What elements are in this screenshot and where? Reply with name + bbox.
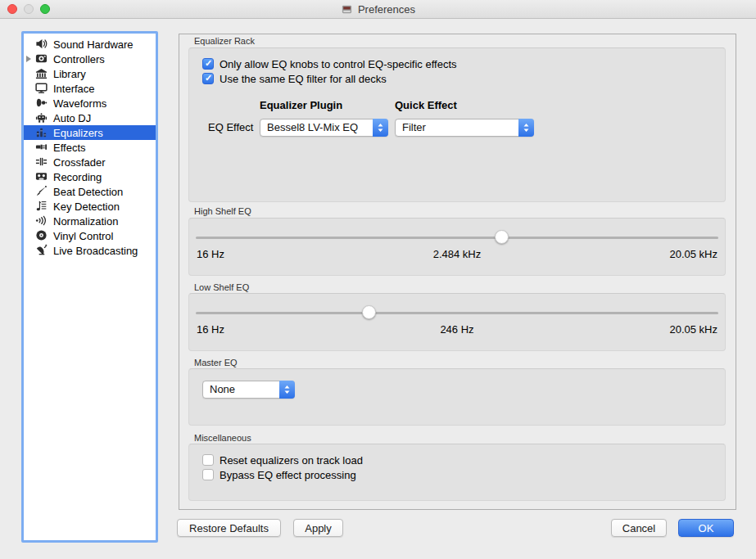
dropdown-value: None — [210, 381, 235, 398]
plug-icon — [35, 141, 48, 153]
eq-effect-row-label: EQ Effect — [208, 121, 253, 133]
dropdown-value: Filter — [402, 119, 426, 136]
music-note-icon — [35, 200, 48, 212]
quick-effect-dropdown[interactable]: Filter — [395, 119, 534, 137]
slider-track[interactable] — [196, 237, 718, 239]
group-box-equalizer-rack: Only allow EQ knobs to control EQ-specif… — [188, 47, 726, 202]
sidebar-item-controllers[interactable]: Controllers — [24, 52, 156, 66]
slider-value-label: 2.484 kHz — [196, 248, 718, 260]
slider-scale-labels: 16 Hz 2.484 kHz 20.05 kHz — [196, 248, 718, 261]
preferences-window: Preferences Sound Hardware Controllers L… — [0, 0, 756, 559]
crossfader-icon — [35, 156, 48, 168]
vinyl-icon — [35, 229, 48, 241]
checkbox-row-same-eq-filter: Use the same EQ filter for all decks — [202, 72, 387, 85]
cassette-icon — [35, 170, 48, 183]
sidebar-item-effects[interactable]: Effects — [24, 140, 156, 155]
equalizer-icon — [35, 126, 48, 138]
high-shelf-slider[interactable] — [196, 230, 718, 245]
sidebar-item-vinyl-control[interactable]: Vinyl Control — [24, 228, 156, 243]
window-title-area: Preferences — [0, 0, 756, 18]
sidebar-item-crossfader[interactable]: Crossfader — [24, 155, 156, 169]
chevron-up-down-icon — [518, 119, 534, 137]
slider-thumb[interactable] — [495, 230, 509, 244]
checkbox-only-eq-knobs[interactable] — [202, 58, 214, 70]
sidebar-item-recording[interactable]: Recording — [24, 169, 156, 184]
group-title-high-shelf-eq: High Shelf EQ — [194, 206, 251, 216]
checkbox-label: Only allow EQ knobs to control EQ-specif… — [220, 58, 457, 70]
library-icon — [35, 67, 48, 79]
titlebar: Preferences — [0, 0, 756, 19]
preferences-pane-equalizers: Equalizer Rack Only allow EQ knobs to co… — [179, 34, 736, 510]
checkbox-label: Reset equalizers on track load — [220, 454, 363, 467]
window-title: Preferences — [358, 3, 415, 16]
checkbox-label: Bypass EQ effect processing — [220, 469, 356, 481]
checkbox-reset-equalizers[interactable] — [202, 454, 214, 466]
checkbox-row-bypass-eq: Bypass EQ effect processing — [202, 468, 356, 481]
apply-button[interactable]: Apply — [293, 519, 343, 537]
checkbox-same-eq-filter[interactable] — [202, 73, 214, 84]
sidebar-item-interface[interactable]: Interface — [24, 81, 156, 96]
group-box-low-shelf-eq: 16 Hz 246 Hz 20.05 kHz — [188, 293, 726, 351]
preferences-sidebar: Sound Hardware Controllers Library Inter… — [21, 31, 158, 543]
slider-scale-labels: 16 Hz 246 Hz 20.05 kHz — [196, 323, 718, 336]
checkbox-bypass-eq[interactable] — [202, 469, 214, 480]
group-title-equalizer-rack: Equalizer Rack — [194, 36, 255, 46]
checkbox-row-eq-knobs: Only allow EQ knobs to control EQ-specif… — [202, 57, 457, 70]
satellite-icon — [35, 244, 48, 256]
slider-thumb[interactable] — [362, 305, 376, 319]
robot-icon — [35, 111, 48, 124]
group-box-high-shelf-eq: 16 Hz 2.484 kHz 20.05 kHz — [188, 218, 726, 276]
app-icon — [341, 3, 353, 16]
sidebar-item-beat-detection[interactable]: Beat Detection — [24, 184, 156, 199]
sidebar-item-sound-hardware[interactable]: Sound Hardware — [24, 37, 156, 52]
equalizer-plugin-dropdown[interactable]: Bessel8 LV-Mix EQ — [260, 119, 388, 137]
sidebar-item-live-broadcasting[interactable]: Live Broadcasting — [24, 243, 156, 258]
chevron-up-down-icon — [279, 381, 295, 399]
low-shelf-slider[interactable] — [196, 305, 718, 320]
cancel-button[interactable]: Cancel — [611, 519, 667, 537]
group-title-low-shelf-eq: Low Shelf EQ — [194, 282, 249, 292]
controller-icon — [35, 52, 48, 65]
checkbox-row-reset-equalizers: Reset equalizers on track load — [202, 453, 363, 467]
master-eq-dropdown[interactable]: None — [202, 381, 295, 399]
sidebar-item-waveforms[interactable]: Waveforms — [24, 96, 156, 110]
column-header-quick-effect: Quick Effect — [395, 99, 457, 111]
group-box-master-eq: None — [188, 368, 726, 426]
waveform-icon — [35, 97, 48, 109]
group-title-master-eq: Master EQ — [194, 358, 238, 367]
checkbox-label: Use the same EQ filter for all decks — [220, 73, 387, 85]
tool-icon — [35, 185, 48, 197]
sidebar-item-equalizers[interactable]: Equalizers — [24, 125, 156, 140]
group-box-miscellaneous: Reset equalizers on track load Bypass EQ… — [188, 444, 726, 501]
sidebar-item-normalization[interactable]: Normalization — [24, 214, 156, 228]
slider-track[interactable] — [196, 312, 718, 314]
slider-max-label: 20.05 kHz — [669, 248, 718, 260]
monitor-icon — [35, 82, 48, 94]
restore-defaults-button[interactable]: Restore Defaults — [177, 519, 281, 537]
sidebar-item-key-detection[interactable]: Key Detection — [24, 199, 156, 214]
group-title-miscellaneous: Miscellaneous — [194, 433, 251, 443]
chevron-up-down-icon — [373, 119, 388, 137]
slider-max-label: 20.05 kHz — [669, 323, 718, 336]
speaker-icon — [35, 38, 48, 50]
slider-value-label: 246 Hz — [196, 323, 718, 336]
disclosure-triangle-icon[interactable] — [26, 56, 31, 62]
sidebar-item-auto-dj[interactable]: Auto DJ — [24, 110, 156, 125]
column-header-equalizer-plugin: Equalizer Plugin — [260, 99, 342, 111]
sidebar-item-library[interactable]: Library — [24, 66, 156, 81]
ok-button[interactable]: OK — [678, 519, 734, 537]
dropdown-value: Bessel8 LV-Mix EQ — [267, 119, 358, 136]
sound-waves-icon — [35, 214, 48, 227]
